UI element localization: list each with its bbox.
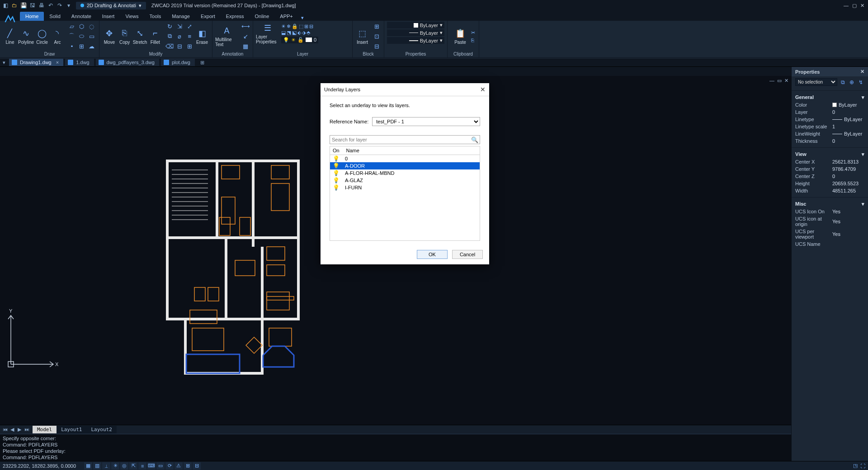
doc-tab[interactable]: dwg_pdflayers_3.dwg — [96, 59, 159, 66]
paste-button[interactable]: 📋Paste — [450, 27, 470, 46]
ortho-toggle[interactable]: ⟂ — [102, 462, 110, 470]
isoplane-icon[interactable]: ◳ — [853, 463, 858, 469]
property-row[interactable]: Center Y9786.4709 — [792, 165, 868, 173]
copy-clip-icon[interactable]: ⎘ — [471, 38, 475, 43]
tab-online[interactable]: Online — [250, 12, 275, 21]
stretch-button[interactable]: ⤡Stretch — [133, 27, 147, 46]
linetype-selector[interactable]: ByLayer▾ — [387, 29, 444, 36]
draw-tool-icon[interactable]: ⌒ — [67, 32, 76, 41]
next-layout-icon[interactable]: ▶ — [16, 427, 23, 432]
layer-properties-button[interactable]: ☰Layer Properties — [256, 22, 279, 45]
color-selector[interactable]: ByLayer▾ — [387, 22, 444, 28]
draw-tool-icon[interactable]: ⬡ — [77, 22, 86, 31]
saveas-icon[interactable]: 🖫 — [29, 2, 36, 9]
dim-icon[interactable]: ⟷ — [241, 22, 250, 31]
snap-toggle[interactable]: ▦ — [84, 462, 92, 470]
erase-button[interactable]: ◧Erase — [195, 27, 209, 46]
tab-express[interactable]: Express — [221, 12, 250, 21]
ok-button[interactable]: OK — [417, 250, 448, 259]
layout-tab[interactable]: Layout1 — [57, 426, 86, 433]
modify-tool-icon[interactable]: ⌀ — [175, 32, 184, 41]
lwt-toggle[interactable]: ≡ — [138, 462, 146, 470]
modify-tool-icon[interactable]: ⇲ — [175, 22, 184, 31]
selection-filter[interactable]: No selection — [795, 78, 837, 86]
qat-more-icon[interactable]: ▾ — [65, 2, 72, 9]
move-button[interactable]: ✥Move — [102, 27, 117, 46]
property-row[interactable]: UCS per viewportYes — [792, 228, 868, 240]
new-tab-icon[interactable]: ⊞ — [200, 60, 204, 66]
tab-appplus[interactable]: APP+ — [274, 12, 298, 21]
layer-row[interactable]: 💡I-FURN — [330, 184, 480, 191]
lineweight-selector[interactable]: ByLayer▾ — [387, 37, 444, 44]
layer-tool-icon[interactable]: ❄ — [287, 24, 291, 29]
layer-tool-icon[interactable]: ⬓ — [281, 30, 286, 36]
layer-tool-icon[interactable]: ⬗ — [302, 30, 306, 36]
block-tool-icon[interactable]: ⊞ — [372, 22, 381, 31]
polyline-button[interactable]: ∿Polyline — [18, 27, 34, 46]
doc-tab[interactable]: 1.dwg — [65, 59, 94, 66]
draw-tool-icon[interactable]: ☁ — [87, 42, 96, 51]
layer-tool-icon[interactable]: ☀ — [281, 24, 286, 29]
bulb-icon[interactable]: 💡 — [333, 155, 340, 162]
tab-insert[interactable]: Insert — [97, 12, 120, 21]
block-tool-icon[interactable]: ⊟ — [372, 42, 381, 51]
layer-tool-icon[interactable]: ⬔ — [287, 30, 291, 36]
polar-toggle[interactable]: ✳ — [111, 462, 119, 470]
modify-tool-icon[interactable]: ⊟ — [175, 42, 184, 51]
annomonitor-toggle[interactable]: ⚠ — [175, 462, 183, 470]
property-row[interactable]: Linetype scale1 — [792, 123, 868, 130]
tab-manage[interactable]: Manage — [166, 12, 195, 21]
tab-home[interactable]: Home — [20, 12, 44, 21]
bulb-icon[interactable]: 💡 — [333, 170, 340, 176]
modify-tool-icon[interactable]: ↻ — [165, 22, 174, 31]
search-icon[interactable]: 🔍 — [471, 136, 478, 143]
tab-list-icon[interactable]: ▾ — [3, 60, 5, 66]
command-line[interactable]: Specify opposite corner:Command: PDFLAYE… — [0, 434, 791, 461]
plot-icon[interactable]: 🖶 — [38, 2, 45, 9]
layer-search-input[interactable] — [330, 135, 480, 144]
layer-tool-icon[interactable]: 🔒 — [292, 24, 298, 29]
prev-layout-icon[interactable]: ◀ — [9, 427, 15, 432]
property-row[interactable]: UCS Name — [792, 240, 868, 248]
layer-tool-icon[interactable]: ⬘ — [307, 30, 310, 36]
minimize-button[interactable]: — — [844, 3, 849, 9]
collapse-icon[interactable]: ▾ — [862, 151, 864, 157]
property-row[interactable]: Center Z0 — [792, 173, 868, 180]
workspace-switcher[interactable]: 2D Drafting & Annotati ▾ — [76, 2, 146, 9]
status-toggle[interactable]: ⊞ — [184, 462, 192, 470]
layer-tool-icon[interactable]: ⬖ — [297, 30, 301, 36]
vp-restore-icon[interactable]: ▭ — [777, 78, 782, 84]
property-row[interactable]: UCS Icon OnYes — [792, 208, 868, 215]
status-toggle[interactable]: ⊟ — [193, 462, 201, 470]
ribbon-expand-icon[interactable]: ▾ — [301, 15, 304, 21]
property-row[interactable]: Width48511.265 — [792, 187, 868, 194]
close-button[interactable]: ✕ — [860, 3, 864, 9]
layer-tool-icon[interactable]: ⊟ — [309, 24, 313, 29]
tab-views[interactable]: Views — [120, 12, 144, 21]
osnap-toggle[interactable]: ◎ — [120, 462, 128, 470]
circle-button[interactable]: ◯Circle — [35, 27, 49, 46]
draw-tool-icon[interactable]: ▭ — [87, 32, 96, 41]
block-tool-icon[interactable]: ⊡ — [372, 32, 381, 41]
reference-name-select[interactable]: test_PDF - 1 — [372, 117, 480, 126]
property-row[interactable]: Center X25621.8313 — [792, 158, 868, 165]
draw-tool-icon[interactable]: ▱ — [67, 22, 76, 31]
layout-tab-model[interactable]: Model — [33, 426, 57, 433]
tab-tools[interactable]: Tools — [144, 12, 167, 21]
line-button[interactable]: ╱Line — [3, 27, 17, 46]
modify-tool-icon[interactable]: ⊞ — [185, 42, 194, 51]
leader-icon[interactable]: ↙ — [241, 32, 250, 41]
dialog-close-icon[interactable]: ✕ — [480, 86, 486, 93]
layer-tool-icon[interactable]: ⊞ — [304, 24, 308, 29]
draw-tool-icon[interactable]: • — [67, 42, 76, 51]
vp-minimize-icon[interactable]: — — [769, 78, 774, 84]
app-menu-icon[interactable]: ◧ — [2, 2, 9, 9]
layer-row[interactable]: 💡0 — [330, 155, 480, 162]
fillet-button[interactable]: ⌐Fillet — [148, 27, 162, 46]
grid-toggle[interactable]: ▥ — [93, 462, 101, 470]
cancel-button[interactable]: Cancel — [452, 250, 483, 259]
tab-solid[interactable]: Solid — [44, 12, 66, 21]
cleanscreen-icon[interactable]: ⛶ — [860, 463, 865, 469]
mtext-button[interactable]: AMultiline Text — [215, 24, 238, 48]
cut-icon[interactable]: ✂ — [471, 30, 475, 36]
